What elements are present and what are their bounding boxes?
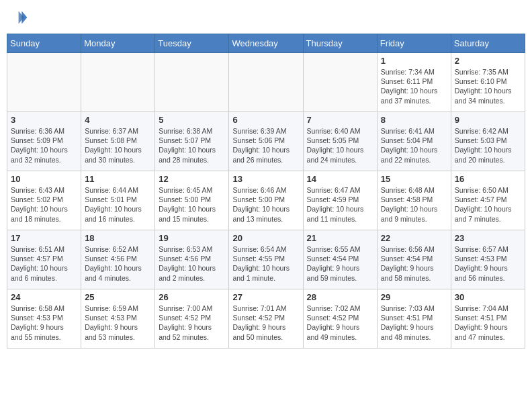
weekday-header: Friday: [377, 34, 451, 53]
day-number: 26: [159, 292, 225, 302]
logo-icon: [7, 7, 28, 28]
day-info: Sunrise: 7:34 AM Sunset: 6:11 PM Dayligh…: [381, 67, 447, 105]
day-info: Sunrise: 6:45 AM Sunset: 5:00 PM Dayligh…: [159, 185, 225, 224]
calendar-day-cell: 28Sunrise: 7:02 AM Sunset: 4:52 PM Dayli…: [303, 289, 377, 349]
calendar-day-cell: 5Sunrise: 6:38 AM Sunset: 5:07 PM Daylig…: [155, 112, 229, 171]
day-info: Sunrise: 6:36 AM Sunset: 5:09 PM Dayligh…: [11, 126, 77, 165]
day-info: Sunrise: 6:38 AM Sunset: 5:07 PM Dayligh…: [159, 126, 225, 165]
day-info: Sunrise: 7:02 AM Sunset: 4:52 PM Dayligh…: [307, 304, 373, 342]
calendar-day-cell: 21Sunrise: 6:55 AM Sunset: 4:54 PM Dayli…: [303, 230, 377, 289]
day-number: 5: [159, 115, 225, 125]
day-info: Sunrise: 7:35 AM Sunset: 6:10 PM Dayligh…: [455, 67, 521, 105]
calendar-week-row: 3Sunrise: 6:36 AM Sunset: 5:09 PM Daylig…: [7, 112, 525, 171]
day-info: Sunrise: 6:51 AM Sunset: 4:57 PM Dayligh…: [11, 244, 77, 283]
calendar-day-cell: 16Sunrise: 6:50 AM Sunset: 4:57 PM Dayli…: [451, 171, 525, 230]
day-number: 12: [159, 174, 225, 184]
calendar-day-cell: 19Sunrise: 6:53 AM Sunset: 4:56 PM Dayli…: [155, 230, 229, 289]
calendar-day-cell: 22Sunrise: 6:56 AM Sunset: 4:54 PM Dayli…: [377, 230, 451, 289]
day-info: Sunrise: 6:48 AM Sunset: 4:58 PM Dayligh…: [381, 185, 447, 224]
day-info: Sunrise: 6:43 AM Sunset: 5:02 PM Dayligh…: [11, 185, 77, 224]
day-number: 1: [381, 56, 447, 66]
day-number: 8: [381, 115, 447, 125]
calendar-day-cell: 26Sunrise: 7:00 AM Sunset: 4:52 PM Dayli…: [155, 289, 229, 349]
day-info: Sunrise: 6:56 AM Sunset: 4:54 PM Dayligh…: [381, 244, 447, 283]
calendar-day-cell: 12Sunrise: 6:45 AM Sunset: 5:00 PM Dayli…: [155, 171, 229, 230]
day-info: Sunrise: 6:53 AM Sunset: 4:56 PM Dayligh…: [159, 244, 225, 283]
day-info: Sunrise: 6:44 AM Sunset: 5:01 PM Dayligh…: [85, 185, 151, 224]
weekday-header: Thursday: [303, 34, 377, 53]
day-info: Sunrise: 6:50 AM Sunset: 4:57 PM Dayligh…: [455, 185, 521, 224]
calendar-header: SundayMondayTuesdayWednesdayThursdayFrid…: [7, 34, 525, 53]
day-number: 2: [455, 56, 521, 66]
day-number: 14: [307, 174, 373, 184]
day-number: 16: [455, 174, 521, 184]
day-number: 11: [85, 174, 151, 184]
weekday-header: Monday: [81, 34, 155, 53]
calendar-week-row: 17Sunrise: 6:51 AM Sunset: 4:57 PM Dayli…: [7, 230, 525, 289]
day-number: 18: [85, 233, 151, 243]
day-info: Sunrise: 6:41 AM Sunset: 5:04 PM Dayligh…: [381, 126, 447, 165]
calendar-day-cell: 6Sunrise: 6:39 AM Sunset: 5:06 PM Daylig…: [229, 112, 303, 171]
day-number: 29: [381, 292, 447, 302]
day-number: 20: [232, 233, 299, 243]
calendar-day-cell: [155, 53, 229, 112]
day-info: Sunrise: 7:01 AM Sunset: 4:52 PM Dayligh…: [232, 304, 299, 342]
logo: [7, 7, 31, 28]
calendar-day-cell: 7Sunrise: 6:40 AM Sunset: 5:05 PM Daylig…: [303, 112, 377, 171]
weekday-header: Wednesday: [229, 34, 303, 53]
calendar-day-cell: [229, 53, 303, 112]
calendar-day-cell: 8Sunrise: 6:41 AM Sunset: 5:04 PM Daylig…: [377, 112, 451, 171]
calendar-day-cell: 23Sunrise: 6:57 AM Sunset: 4:53 PM Dayli…: [451, 230, 525, 289]
day-number: 19: [159, 233, 225, 243]
calendar-day-cell: 3Sunrise: 6:36 AM Sunset: 5:09 PM Daylig…: [7, 112, 81, 171]
calendar-week-row: 1Sunrise: 7:34 AM Sunset: 6:11 PM Daylig…: [7, 53, 525, 112]
calendar-day-cell: 25Sunrise: 6:59 AM Sunset: 4:53 PM Dayli…: [81, 289, 155, 349]
calendar-day-cell: [81, 53, 155, 112]
day-number: 3: [11, 115, 77, 125]
calendar-day-cell: 24Sunrise: 6:58 AM Sunset: 4:53 PM Dayli…: [7, 289, 81, 349]
day-number: 22: [381, 233, 447, 243]
day-info: Sunrise: 7:03 AM Sunset: 4:51 PM Dayligh…: [381, 304, 447, 342]
day-number: 23: [455, 233, 521, 243]
day-number: 10: [11, 174, 77, 184]
calendar-day-cell: 18Sunrise: 6:52 AM Sunset: 4:56 PM Dayli…: [81, 230, 155, 289]
calendar-day-cell: 27Sunrise: 7:01 AM Sunset: 4:52 PM Dayli…: [229, 289, 303, 349]
day-info: Sunrise: 6:59 AM Sunset: 4:53 PM Dayligh…: [85, 304, 151, 342]
day-number: 4: [85, 115, 151, 125]
calendar-day-cell: [303, 53, 377, 112]
weekday-header: Tuesday: [155, 34, 229, 53]
weekday-header: Sunday: [7, 34, 81, 53]
day-info: Sunrise: 6:55 AM Sunset: 4:54 PM Dayligh…: [307, 244, 373, 283]
day-number: 25: [85, 292, 151, 302]
day-info: Sunrise: 7:04 AM Sunset: 4:51 PM Dayligh…: [455, 304, 521, 342]
calendar-day-cell: 20Sunrise: 6:54 AM Sunset: 4:55 PM Dayli…: [229, 230, 303, 289]
calendar-day-cell: [7, 53, 81, 112]
calendar-day-cell: 30Sunrise: 7:04 AM Sunset: 4:51 PM Dayli…: [451, 289, 525, 349]
calendar-week-row: 10Sunrise: 6:43 AM Sunset: 5:02 PM Dayli…: [7, 171, 525, 230]
day-number: 27: [232, 292, 299, 302]
calendar-day-cell: 2Sunrise: 7:35 AM Sunset: 6:10 PM Daylig…: [451, 53, 525, 112]
calendar-day-cell: 14Sunrise: 6:47 AM Sunset: 4:59 PM Dayli…: [303, 171, 377, 230]
calendar-day-cell: 9Sunrise: 6:42 AM Sunset: 5:03 PM Daylig…: [451, 112, 525, 171]
day-number: 28: [307, 292, 373, 302]
calendar-day-cell: 17Sunrise: 6:51 AM Sunset: 4:57 PM Dayli…: [7, 230, 81, 289]
calendar-table: SundayMondayTuesdayWednesdayThursdayFrid…: [7, 34, 525, 349]
day-number: 21: [307, 233, 373, 243]
day-number: 30: [455, 292, 521, 302]
day-number: 15: [381, 174, 447, 184]
day-info: Sunrise: 6:42 AM Sunset: 5:03 PM Dayligh…: [455, 126, 521, 165]
calendar-day-cell: 29Sunrise: 7:03 AM Sunset: 4:51 PM Dayli…: [377, 289, 451, 349]
day-info: Sunrise: 6:39 AM Sunset: 5:06 PM Dayligh…: [232, 126, 299, 165]
day-info: Sunrise: 6:47 AM Sunset: 4:59 PM Dayligh…: [307, 185, 373, 224]
calendar-day-cell: 10Sunrise: 6:43 AM Sunset: 5:02 PM Dayli…: [7, 171, 81, 230]
day-info: Sunrise: 6:57 AM Sunset: 4:53 PM Dayligh…: [455, 244, 521, 283]
day-info: Sunrise: 7:00 AM Sunset: 4:52 PM Dayligh…: [159, 304, 225, 342]
day-number: 24: [11, 292, 77, 302]
calendar-day-cell: 15Sunrise: 6:48 AM Sunset: 4:58 PM Dayli…: [377, 171, 451, 230]
day-info: Sunrise: 6:40 AM Sunset: 5:05 PM Dayligh…: [307, 126, 373, 165]
day-number: 7: [307, 115, 373, 125]
day-number: 9: [455, 115, 521, 125]
day-number: 13: [232, 174, 299, 184]
calendar-day-cell: 13Sunrise: 6:46 AM Sunset: 5:00 PM Dayli…: [229, 171, 303, 230]
calendar-week-row: 24Sunrise: 6:58 AM Sunset: 4:53 PM Dayli…: [7, 289, 525, 349]
